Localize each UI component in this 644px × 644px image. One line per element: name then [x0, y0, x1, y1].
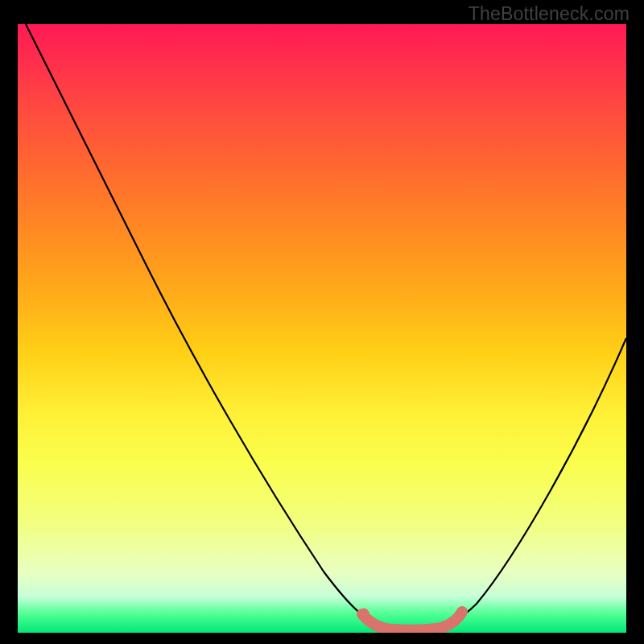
curve-overlay [18, 24, 626, 633]
plot-area [18, 24, 626, 633]
chart-container: TheBottleneck.com [0, 0, 644, 644]
sweet-spot-dot-left [359, 609, 369, 619]
watermark-text: TheBottleneck.com [469, 3, 630, 25]
bottleneck-curve-line [26, 24, 626, 630]
sweet-spot-marker [362, 612, 462, 630]
